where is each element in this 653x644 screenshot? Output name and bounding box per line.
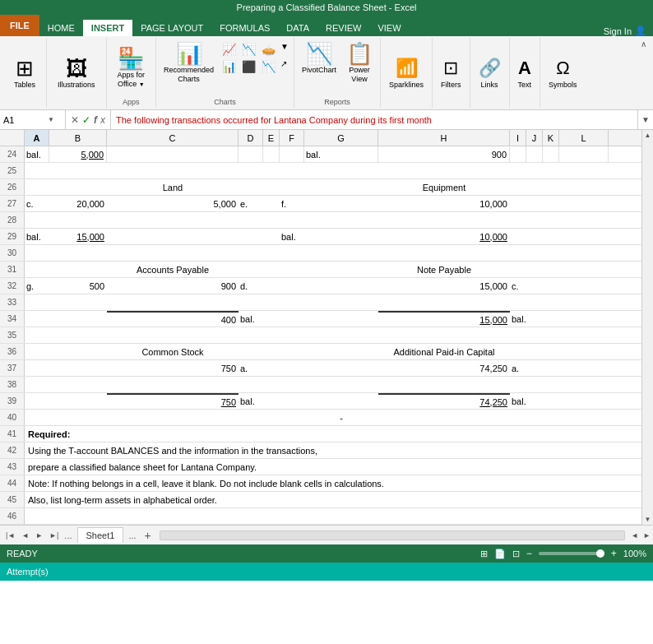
cell-b29[interactable]: 15,000 [49, 229, 107, 244]
sparklines-button[interactable]: 📶 Sparklines [386, 55, 427, 91]
scroll-up-button[interactable]: ▲ [643, 130, 653, 141]
cell-reference-input[interactable] [3, 115, 46, 125]
tab-formulas[interactable]: FORMULAS [211, 20, 278, 36]
cell-c32[interactable]: 900 [107, 278, 239, 294]
cell-c34[interactable]: 400 [107, 311, 239, 327]
nav-next[interactable]: ► [33, 530, 45, 540]
col-header-d[interactable]: D [239, 130, 263, 146]
ribbon-collapse[interactable]: ∧ [637, 38, 650, 50]
cell-f24[interactable] [280, 146, 304, 162]
name-box-arrow[interactable]: ▼ [48, 116, 54, 123]
tables-button[interactable]: ⊞ Tables [8, 54, 41, 92]
cell-h27[interactable]: 10,000 [378, 196, 510, 211]
cell-j24[interactable] [526, 146, 543, 162]
tab-data[interactable]: DATA [278, 20, 317, 36]
cell-e24[interactable] [263, 146, 280, 162]
tab-view[interactable]: VIEW [369, 20, 409, 36]
col-header-f[interactable]: F [280, 130, 304, 146]
cell-d34[interactable]: bal. [239, 311, 263, 327]
horizontal-scrollbar[interactable] [160, 530, 625, 540]
cell-h29[interactable]: 10,000 [378, 229, 510, 244]
power-view-button[interactable]: 📋 PowerView [342, 39, 377, 87]
pivot-chart-button[interactable]: 📉 PivotChart [298, 39, 340, 77]
recommended-charts-button[interactable]: 📊 RecommendedCharts [160, 39, 218, 87]
cell-h34[interactable]: 15,000 [378, 311, 510, 327]
text-button[interactable]: A Text [515, 55, 535, 91]
col-header-g[interactable]: G [304, 130, 378, 146]
col-header-e[interactable]: E [263, 130, 280, 146]
cell-a32[interactable]: g. [25, 278, 49, 294]
cell-a24[interactable]: bal. [25, 146, 49, 162]
symbols-button[interactable]: Ω Symbols [545, 55, 581, 91]
scroll-left-end[interactable]: ◄ [628, 530, 641, 540]
nav-last[interactable]: ►| [47, 530, 61, 540]
links-button[interactable]: 🔗 Links [475, 55, 504, 91]
cell-f29[interactable]: bal. [280, 229, 304, 244]
scatter-chart-button[interactable]: ⬛ [239, 58, 258, 75]
tab-page-layout[interactable]: PAGE LAYOUT [132, 20, 211, 36]
bar-chart-button[interactable]: 📈 [220, 41, 239, 58]
scroll-down-button[interactable]: ▼ [643, 514, 653, 525]
cell-d37[interactable]: a. [239, 360, 263, 376]
cell-f27[interactable]: f. [280, 196, 304, 211]
col-header-l[interactable]: L [559, 130, 609, 146]
tab-home[interactable]: HOME [39, 20, 83, 36]
cell-b27[interactable]: 20,000 [49, 196, 107, 211]
cell-i32[interactable]: c. [510, 278, 526, 294]
cell-d32[interactable]: d. [239, 278, 263, 294]
col-header-h[interactable]: H [378, 130, 510, 146]
sign-in[interactable]: Sign In 👤 [597, 25, 653, 36]
chart-dropdown[interactable]: ▼ [279, 41, 290, 58]
cell-d24[interactable] [239, 146, 263, 162]
pie-chart-button[interactable]: 🥧 [259, 41, 278, 58]
line-chart-button[interactable]: 📉 [239, 41, 258, 58]
cell-a29[interactable]: bal. [25, 229, 49, 244]
cell-g40[interactable]: - [304, 410, 378, 425]
col-header-a[interactable]: A [25, 130, 49, 146]
cell-g24[interactable]: bal. [304, 146, 378, 162]
col-header-b[interactable]: B [49, 130, 107, 146]
add-sheet-button[interactable]: + [140, 526, 156, 544]
cell-c24[interactable] [107, 146, 239, 162]
cell-a27[interactable]: c. [25, 196, 49, 211]
cell-k24[interactable] [543, 146, 559, 162]
cell-i39[interactable]: bal. [510, 393, 526, 409]
confirm-formula-icon[interactable]: ✓ [82, 114, 90, 126]
cell-h37[interactable]: 74,250 [378, 360, 510, 376]
cell-h24[interactable]: 900 [378, 146, 510, 162]
cell-i24[interactable] [510, 146, 526, 162]
col-header-c[interactable]: C [107, 130, 239, 146]
page-view-icon[interactable]: 📄 [494, 549, 506, 559]
cell-d39[interactable]: bal. [239, 393, 263, 409]
cell-h32[interactable]: 15,000 [378, 278, 510, 294]
page-break-icon[interactable]: ⊡ [512, 549, 520, 559]
tab-review[interactable]: REVIEW [317, 20, 369, 36]
zoom-out-icon[interactable]: − [526, 548, 532, 559]
illustrations-button[interactable]: 🖼 Illustrations [52, 54, 101, 92]
cell-c39[interactable]: 750 [107, 393, 239, 409]
tab-insert[interactable]: INSERT [83, 20, 132, 36]
cell-h39[interactable]: 74,250 [378, 393, 510, 409]
cell-c37[interactable]: 750 [107, 360, 239, 376]
apps-for-office-button[interactable]: 🏪 Apps forOffice ▼ [112, 44, 151, 92]
grid-view-icon[interactable]: ⊞ [480, 549, 488, 559]
col-header-k[interactable]: K [543, 130, 559, 146]
cell-d27[interactable]: e. [239, 196, 263, 211]
col-header-j[interactable]: J [526, 130, 543, 146]
other-chart-button[interactable]: 📉 [259, 58, 278, 75]
sheet-tab-sheet1[interactable]: Sheet1 [77, 527, 124, 543]
cell-b24[interactable]: 5,000 [49, 146, 107, 162]
cell-l24[interactable] [559, 146, 609, 162]
area-chart-button[interactable]: 📊 [220, 58, 239, 75]
filters-button[interactable]: ⊡ Filters [438, 55, 465, 91]
cell-c27[interactable]: 5,000 [107, 196, 239, 211]
formula-expand[interactable]: ▼ [637, 110, 653, 129]
tab-file[interactable]: FILE [0, 15, 39, 36]
cell-i34[interactable]: bal. [510, 311, 526, 327]
insert-function-icon[interactable]: f [94, 114, 97, 126]
vertical-scrollbar[interactable]: ▲ ▼ [641, 130, 653, 525]
chart-expand[interactable]: ↗ [279, 58, 289, 75]
nav-prev[interactable]: ◄ [19, 530, 31, 540]
scroll-right-end[interactable]: ► [641, 530, 653, 540]
nav-first[interactable]: |◄ [3, 530, 17, 540]
